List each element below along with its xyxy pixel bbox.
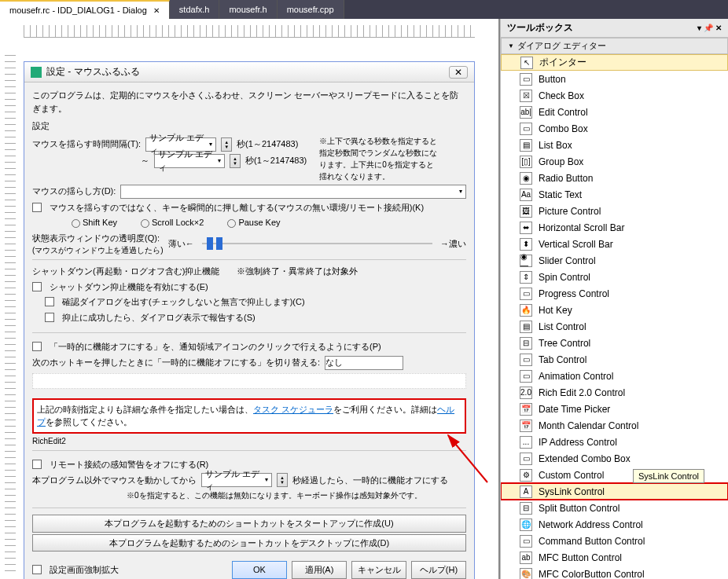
toolbox-item[interactable]: [▯]Group Box [501, 153, 728, 170]
toolbox-item[interactable]: ▭Command Button Control [501, 533, 728, 549]
toolbox-item[interactable]: ab|Edit Control [501, 104, 728, 120]
force-expand-check[interactable] [32, 565, 42, 574]
toolbox-item[interactable]: 📅Date Time Picker [501, 401, 728, 417]
other-mouse-combo[interactable]: サンプル エディ [201, 473, 272, 487]
toolbox-item[interactable]: ⊟Tree Control [501, 335, 728, 351]
control-icon: ▭ [520, 370, 532, 383]
toolbox-item[interactable]: ◉Radio Button [501, 170, 728, 186]
toolbox-item-label: Horizontal Scroll Bar [539, 222, 624, 233]
toolbox-item[interactable]: 📅Month Calendar Control [501, 417, 728, 434]
toolbox-item[interactable]: ◉—Slider Control [501, 252, 728, 269]
toolbox-item[interactable]: ▤List Control [501, 318, 728, 335]
control-icon: ▭ [520, 288, 532, 300]
toolbox-item[interactable]: ▭Extended Combo Box [501, 450, 728, 467]
shutdown-heading: シャットダウン(再起動・ログオフ含む)抑止機能 ※強制終了・異常終了は対象外 [32, 265, 466, 278]
toolbox-section[interactable]: ダイアログ エディター [501, 38, 728, 54]
tab[interactable]: mousefr.h [219, 0, 277, 19]
toolbox-item[interactable]: ▭Progress Control [501, 285, 728, 302]
toolbox-item[interactable]: 🎨MFC ColorButton Control [501, 566, 728, 579]
toolbox-item[interactable]: 🌐Network Address Control [501, 516, 728, 533]
shake-method-label: マウスの揺らし方(D): [32, 185, 116, 198]
shake-method-combo[interactable] [120, 185, 466, 199]
toolbox-item[interactable]: ...IP Address Control [501, 434, 728, 450]
toolbox-title: ツールボックス ▾ 📌 ✕ [501, 19, 728, 38]
other-mouse-note: ※0を指定すると、この機能は無効になります。キーボード操作は感知対象外です。 [32, 489, 466, 501]
tab[interactable]: mousefr.cpp [278, 0, 344, 19]
remote-warn-check[interactable] [32, 460, 42, 469]
temp-off-check[interactable] [32, 342, 42, 351]
toolbox-item-label: List Control [539, 321, 586, 332]
toolbox-item[interactable]: 🖼Picture Control [501, 203, 728, 219]
toolbox-panel: ツールボックス ▾ 📌 ✕ ダイアログ エディター ↖ポインター▭Button☒… [500, 19, 728, 579]
toolbox-item[interactable]: ▭Tab Control [501, 351, 728, 368]
toolbox-item[interactable]: ☒Check Box [501, 87, 728, 104]
interval-to-combo[interactable]: サンプル エディ [154, 154, 225, 168]
toolbox-item[interactable]: ⊟Split Button Control [501, 500, 728, 516]
dialog-title: 設定 - マウスふるふる [46, 65, 140, 79]
toolbox-item[interactable]: ▤List Box [501, 137, 728, 153]
control-icon: ▭ [520, 73, 532, 86]
interval-from-spin[interactable] [221, 137, 232, 152]
cancel-button[interactable]: キャンセル [351, 561, 406, 579]
control-icon: ⊟ [520, 337, 532, 350]
shutdown-confirm-check[interactable] [45, 297, 54, 306]
interval-note: ※上下で異なる秒数を指定すると指定秒数間でランダムな秒数になります。上下共に0を… [319, 135, 437, 182]
tab[interactable]: mousefr.rc - IDD_DIALOG1 - Dialog✕ [0, 0, 170, 19]
shortcut-startup-button[interactable]: 本プログラムを起動するためのショートカットをスタートアップに作成(U) [32, 515, 466, 533]
toolbox-item-label: Button [539, 74, 566, 85]
close-icon[interactable]: ✕ [449, 66, 468, 79]
toolbox-item[interactable]: ▭Combo Box [501, 120, 728, 137]
hotkey-input[interactable] [325, 356, 403, 370]
control-icon: [▯] [520, 156, 532, 168]
toolbox-item[interactable]: AaStatic Text [501, 186, 728, 203]
radio-pause[interactable] [227, 219, 236, 228]
apply-button[interactable]: 適用(A) [292, 561, 347, 579]
other-mouse-after: 秒経過したら、一時的に機能オフにする [292, 474, 448, 487]
toolbox-item[interactable]: 2.0Rich Edit 2.0 Control [501, 384, 728, 401]
toolbox-item[interactable]: ▭Button [501, 71, 728, 87]
toolbox-item-label: Picture Control [539, 206, 601, 217]
toolbox-item[interactable]: ↖ポインター [501, 54, 728, 71]
control-icon: ↖ [520, 57, 533, 69]
control-icon: 🔥 [520, 304, 532, 317]
pin-icon[interactable]: ▾ 📌 ✕ [697, 24, 722, 32]
tab[interactable]: stdafx.h [170, 0, 220, 19]
toolbox-item-label: Rich Edit 2.0 Control [539, 387, 625, 398]
dialog-preview[interactable]: 設定 - マウスふるふる ✕ このプログラムは、定期的にマウスを小さくふるわせ、… [24, 61, 475, 579]
toolbox-item[interactable]: abMFC Button Control [501, 549, 728, 566]
syslink-control[interactable]: 上記の時刻指定よりも詳細な条件を指定したい場合は、タスク スケジューラをご利用く… [32, 398, 466, 434]
toolbox-item-label: SysLink Control [539, 486, 605, 497]
other-mouse-spin[interactable] [277, 473, 288, 487]
shortcut-desktop-button[interactable]: 本プログラムを起動するためのショートカットをデスクトップに作成(D) [32, 534, 466, 552]
tilde: ～ [141, 154, 149, 167]
toolbox-item-label: Tab Control [539, 354, 586, 365]
toolbox-item-label: ポインター [539, 56, 586, 69]
control-icon: ▭ [520, 535, 532, 548]
help-button[interactable]: ヘルプ(H) [411, 561, 466, 579]
shutdown-enable-check[interactable] [32, 282, 42, 291]
toolbox-item-label: List Box [539, 140, 572, 151]
toolbox-item[interactable]: ▭Animation Control [501, 368, 728, 384]
control-icon: ⇕ [520, 271, 532, 284]
toolbox-item-label: Slider Control [539, 255, 596, 266]
toolbox-item-label: Custom Control [539, 470, 604, 481]
control-icon: 📅 [520, 403, 532, 416]
toolbox-item[interactable]: ⬍Vertical Scroll Bar [501, 236, 728, 252]
control-icon: ⚙ [520, 469, 532, 482]
interval-to-spin[interactable] [230, 154, 241, 168]
toolbox-item-label: Group Box [539, 156, 583, 167]
radio-shift[interactable] [72, 219, 80, 228]
toolbox-item[interactable]: ⇕Spin Control [501, 269, 728, 285]
ok-button[interactable]: OK [232, 561, 287, 579]
richedit2-label: RichEdit2 [32, 435, 466, 447]
opacity-thick: →濃い [440, 237, 466, 251]
task-scheduler-link[interactable]: タスク スケジューラ [253, 405, 333, 414]
schedule-list[interactable] [32, 373, 466, 389]
toolbox-item[interactable]: ⬌Horizontal Scroll Bar [501, 219, 728, 236]
opacity-slider[interactable] [202, 243, 432, 244]
shutdown-report-check[interactable] [45, 313, 54, 322]
radio-scroll[interactable] [141, 219, 149, 228]
toolbox-item[interactable]: ASysLink Control [501, 483, 728, 500]
key-press-check[interactable] [32, 203, 42, 212]
toolbox-item[interactable]: 🔥Hot Key [501, 302, 728, 318]
